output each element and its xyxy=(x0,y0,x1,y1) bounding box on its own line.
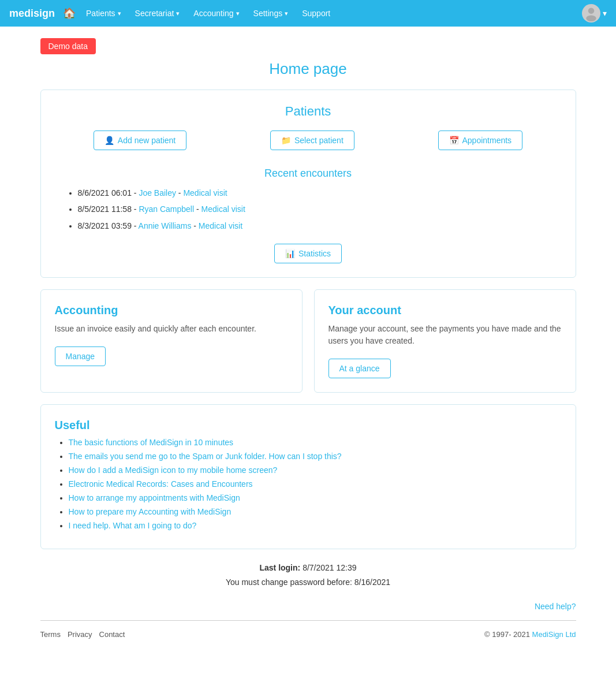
useful-link-7[interactable]: I need help. What am I going to do? xyxy=(69,521,197,530)
useful-list: The basic functions of MediSign in 10 mi… xyxy=(55,438,562,530)
accounting-card-title: Accounting xyxy=(55,304,288,317)
user-chevron: ▾ xyxy=(603,9,607,18)
folder-icon: 📁 xyxy=(281,136,291,145)
account-card-title: Your account xyxy=(328,304,562,317)
account-card-description: Manage your account, see the payments yo… xyxy=(328,323,562,347)
add-new-patient-button[interactable]: 👤 Add new patient xyxy=(94,131,186,150)
list-item: How to prepare my Accounting with MediSi… xyxy=(69,507,562,516)
main-container: Demo data Home page Patients 👤 Add new p… xyxy=(31,27,585,660)
footer-copyright: © 1997- 2021 MediSign Ltd xyxy=(484,630,576,639)
footer-contact-link[interactable]: Contact xyxy=(99,630,125,639)
list-item: Electronic Medical Records: Cases and En… xyxy=(69,479,562,489)
visit-link-2[interactable]: Medical visit xyxy=(201,204,245,214)
footer-terms-link[interactable]: Terms xyxy=(40,630,61,639)
svg-point-0 xyxy=(588,8,595,14)
last-login-line: Last login: 8/7/2021 12:39 xyxy=(40,561,576,575)
manage-btn-wrap: Manage xyxy=(55,346,288,366)
encounter-date: 8/5/2021 11:58 xyxy=(78,204,132,214)
navbar-brand[interactable]: medisign xyxy=(9,8,55,20)
manage-button[interactable]: Manage xyxy=(55,346,106,366)
encounters-list: 8/6/2021 06:01 - Joe Bailey - Medical vi… xyxy=(55,187,562,232)
nav-item-secretariat[interactable]: Secretariat xyxy=(130,6,185,20)
footer-links: Terms Privacy Contact xyxy=(40,630,125,639)
footer-bar: Terms Privacy Contact © 1997- 2021 MediS… xyxy=(40,620,576,648)
useful-card: Useful The basic functions of MediSign i… xyxy=(40,404,576,549)
list-item: The emails you send me go to the Spam or… xyxy=(69,452,562,461)
nav-item-settings[interactable]: Settings xyxy=(249,6,293,20)
useful-link-5[interactable]: How to arrange my appointments with Medi… xyxy=(69,493,240,502)
accounting-card: Accounting Issue an invoice easily and q… xyxy=(40,289,303,393)
need-help-link[interactable]: Need help? xyxy=(535,602,576,611)
patient-link-joe[interactable]: Joe Bailey xyxy=(139,188,176,198)
patients-section-title: Patients xyxy=(55,104,562,119)
nav-item-support[interactable]: Support xyxy=(297,6,335,20)
list-item: 8/3/2021 03:59 - Annie Williams - Medica… xyxy=(78,219,562,232)
useful-link-3[interactable]: How do I add a MediSign icon to my mobil… xyxy=(69,465,278,475)
at-a-glance-button[interactable]: At a glance xyxy=(328,359,391,378)
useful-title: Useful xyxy=(55,419,562,432)
footer-privacy-link[interactable]: Privacy xyxy=(68,630,92,639)
password-change-line: You must change password before: 8/16/20… xyxy=(40,575,576,590)
encounter-date: 8/6/2021 06:01 xyxy=(78,188,132,198)
navbar: medisign 🏠 Patients Secretariat Accounti… xyxy=(0,0,616,27)
useful-link-4[interactable]: Electronic Medical Records: Cases and En… xyxy=(69,479,253,489)
last-login-value: 8/7/2021 12:39 xyxy=(303,563,356,572)
useful-link-1[interactable]: The basic functions of MediSign in 10 mi… xyxy=(69,438,234,447)
statistics-button[interactable]: 📊 Statistics xyxy=(274,244,342,263)
your-account-card: Your account Manage your account, see th… xyxy=(314,289,576,393)
visit-link-1[interactable]: Medical visit xyxy=(183,188,227,198)
nav-item-patients[interactable]: Patients xyxy=(81,6,126,20)
svg-point-1 xyxy=(586,16,596,22)
patients-buttons: 👤 Add new patient 📁 Select patient 📅 App… xyxy=(55,131,562,150)
list-item: How to arrange my appointments with Medi… xyxy=(69,493,562,502)
last-login-label: Last login: xyxy=(259,563,300,572)
list-item: 8/6/2021 06:01 - Joe Bailey - Medical vi… xyxy=(78,187,562,199)
useful-link-6[interactable]: How to prepare my Accounting with MediSi… xyxy=(69,507,232,516)
list-item: How do I add a MediSign icon to my mobil… xyxy=(69,465,562,475)
navbar-user[interactable]: ▾ xyxy=(582,4,607,23)
page-title: Home page xyxy=(40,60,576,78)
select-patient-button[interactable]: 📁 Select patient xyxy=(270,131,354,150)
avatar[interactable] xyxy=(582,4,600,23)
accounting-card-description: Issue an invoice easily and quickly afte… xyxy=(55,323,288,335)
demo-data-button[interactable]: Demo data xyxy=(40,38,96,54)
list-item: 8/5/2021 11:58 - Ryan Campbell - Medical… xyxy=(78,203,562,215)
list-item: I need help. What am I going to do? xyxy=(69,521,562,530)
useful-link-2[interactable]: The emails you send me go to the Spam or… xyxy=(69,452,342,461)
two-col-section: Accounting Issue an invoice easily and q… xyxy=(40,289,576,393)
visit-link-3[interactable]: Medical visit xyxy=(199,221,242,230)
calendar-icon: 📅 xyxy=(449,136,459,145)
encounter-date: 8/3/2021 03:59 xyxy=(78,221,132,230)
patient-link-annie[interactable]: Annie Williams xyxy=(139,221,192,230)
patients-card: Patients 👤 Add new patient 📁 Select pati… xyxy=(40,90,576,278)
appointments-button[interactable]: 📅 Appointments xyxy=(438,131,523,150)
copyright-text: © 1997- 2021 xyxy=(484,630,532,639)
nav-item-accounting[interactable]: Accounting xyxy=(189,6,244,20)
need-help-wrap: Need help? xyxy=(40,602,576,611)
home-icon[interactable]: 🏠 xyxy=(63,7,76,20)
statistics-btn-wrap: 📊 Statistics xyxy=(55,244,562,263)
chart-icon: 📊 xyxy=(285,249,295,258)
list-item: The basic functions of MediSign in 10 mi… xyxy=(69,438,562,447)
person-icon: 👤 xyxy=(104,136,114,145)
patient-link-ryan[interactable]: Ryan Campbell xyxy=(139,204,194,214)
at-a-glance-btn-wrap: At a glance xyxy=(328,359,562,378)
recent-encounters-title: Recent encounters xyxy=(55,167,562,180)
footer-info: Last login: 8/7/2021 12:39 You must chan… xyxy=(40,561,576,590)
footer-brand-link[interactable]: MediSign Ltd xyxy=(532,630,576,639)
